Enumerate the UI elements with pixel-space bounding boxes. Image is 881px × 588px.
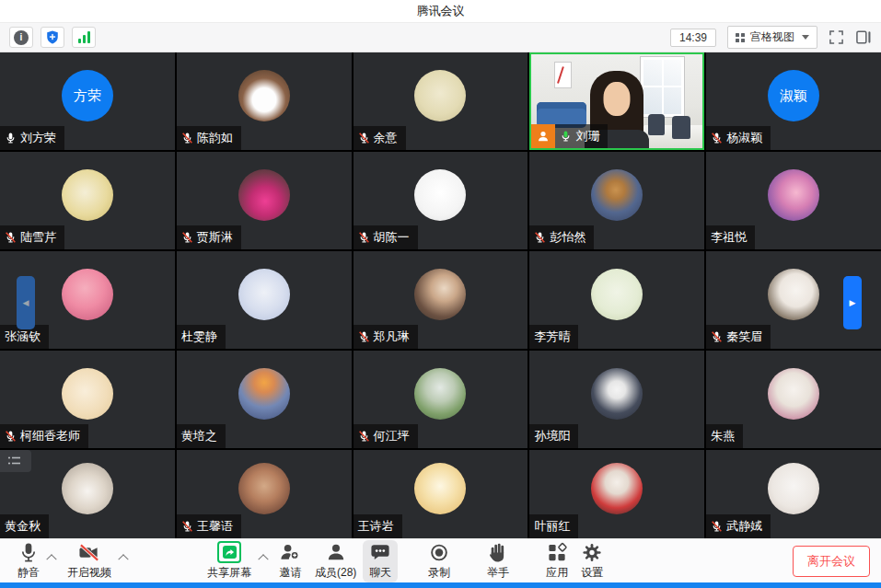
participant-tile[interactable]: 李祖悦 <box>706 152 881 249</box>
participant-tile[interactable]: 郑凡琳 <box>354 251 528 349</box>
chevron-down-icon <box>802 35 809 40</box>
titlebar: 腾讯会议 <box>0 0 881 23</box>
participant-tile[interactable]: 何江坪 <box>354 351 528 448</box>
name-plate: 王诗岩 <box>354 514 402 538</box>
chevron-up-icon <box>258 554 268 564</box>
participant-tile[interactable]: 柯细香老师 <box>0 351 175 448</box>
meeting-info-button[interactable]: i <box>9 27 33 48</box>
mute-label: 静音 <box>17 565 40 581</box>
participant-tile[interactable]: 王诗岩 <box>354 450 528 538</box>
participant-name: 黄金秋 <box>5 518 41 535</box>
side-panel-toggle-button[interactable] <box>855 29 872 45</box>
raise-hand-label: 举手 <box>487 565 509 581</box>
avatar-photo <box>62 368 113 420</box>
avatar-photo <box>238 463 290 514</box>
participant-tile[interactable]: 陆雪芹 <box>0 152 175 249</box>
name-plate: 秦笑眉 <box>706 325 771 349</box>
participant-tile[interactable]: 黄培之 <box>177 351 352 448</box>
participant-tile[interactable]: 孙境阳 <box>529 351 704 448</box>
audio-options-button[interactable] <box>44 543 59 571</box>
participant-name: 朱燕 <box>711 428 735 444</box>
participant-name: 王馨语 <box>197 518 233 535</box>
chat-label: 聊天 <box>369 565 391 581</box>
invite-button[interactable]: 邀请 <box>272 540 308 582</box>
avatar-photo <box>62 269 113 320</box>
share-screen-button[interactable]: 共享屏幕 <box>201 539 258 582</box>
security-button[interactable] <box>41 27 64 48</box>
participant-tile[interactable]: 刘珊 <box>529 52 704 150</box>
name-plate: 郑凡琳 <box>354 325 418 349</box>
members-button[interactable]: 成员(28) <box>308 540 363 582</box>
mic-status-icon <box>5 430 17 443</box>
participant-tile[interactable]: 胡陈一 <box>354 152 528 249</box>
record-button[interactable]: 录制 <box>422 540 457 582</box>
participant-name: 张涵钦 <box>5 329 41 345</box>
avatar-photo <box>238 269 290 320</box>
avatar-photo <box>768 169 819 221</box>
mic-status-icon <box>181 132 193 144</box>
avatar-photo <box>238 70 290 121</box>
name-plate: 胡陈一 <box>354 225 418 249</box>
network-status-button[interactable] <box>72 27 96 48</box>
name-plate: 杨淑颖 <box>706 126 771 150</box>
participant-tile[interactable]: 淑颖 <box>706 52 881 150</box>
avatar-initials: 方荣 <box>62 70 113 121</box>
leave-meeting-button[interactable]: 离开会议 <box>793 546 870 577</box>
participant-grid: 方荣 <box>0 52 881 538</box>
participant-tile[interactable]: 武静娀 <box>706 450 881 538</box>
arrow-left-icon: ◀ <box>23 298 29 307</box>
participant-tile[interactable]: 方荣 <box>0 52 175 150</box>
settings-button[interactable]: 设置 <box>574 540 609 582</box>
participant-tile[interactable]: 朱燕 <box>706 351 881 448</box>
participant-tile[interactable]: 余意 <box>354 52 528 150</box>
avatar-photo <box>414 463 466 514</box>
network-signal-icon <box>78 31 90 43</box>
participant-name: 陈韵如 <box>197 130 233 146</box>
view-mode-label: 宫格视图 <box>750 29 794 45</box>
mic-status-icon <box>711 330 723 343</box>
name-plate: 柯细香老师 <box>0 424 88 448</box>
apps-icon <box>546 542 568 563</box>
window-title: 腾讯会议 <box>417 3 465 19</box>
participant-tile[interactable]: 贾斯淋 <box>177 152 352 249</box>
avatar-photo <box>591 368 643 420</box>
apps-button[interactable]: 应用 <box>539 540 574 582</box>
topbar-right: 14:39 宫格视图 <box>670 26 872 49</box>
mute-button[interactable]: 静音 <box>11 540 46 582</box>
name-plate: 李祖悦 <box>706 225 755 249</box>
name-plate: 刘珊 <box>531 124 608 148</box>
name-plate: 杜雯静 <box>177 325 226 349</box>
chat-button[interactable]: 聊天 <box>363 540 398 582</box>
start-video-button[interactable]: 开启视频 <box>61 540 118 582</box>
fullscreen-button[interactable] <box>829 29 844 45</box>
participant-tile[interactable]: 陈韵如 <box>177 52 352 150</box>
participant-name: 柯细香老师 <box>20 428 80 444</box>
chevron-up-icon <box>46 554 56 564</box>
participant-name: 孙境阳 <box>534 428 570 444</box>
record-icon <box>428 542 450 563</box>
share-options-button[interactable] <box>256 543 271 571</box>
participant-tile[interactable]: 叶丽红 <box>529 450 704 538</box>
previous-page-button[interactable]: ◀ <box>17 276 35 329</box>
video-options-button[interactable] <box>116 543 131 571</box>
participant-tile[interactable]: 李芳晴 <box>529 251 704 349</box>
participant-name: 郑凡琳 <box>374 329 410 345</box>
participant-tile[interactable]: 杜雯静 <box>177 251 352 349</box>
view-mode-selector[interactable]: 宫格视图 <box>727 26 817 49</box>
members-icon <box>325 542 347 563</box>
name-plate: 孙境阳 <box>529 424 578 448</box>
top-toolbar: i 14:39 宫格视图 <box>0 23 881 52</box>
mic-status-icon <box>5 132 17 144</box>
member-list-fab[interactable] <box>0 450 31 472</box>
name-plate: 刘方荣 <box>0 126 64 150</box>
next-page-button[interactable]: ▶ <box>843 276 862 329</box>
raise-hand-button[interactable]: 举手 <box>481 540 516 582</box>
mic-status-icon <box>534 231 546 244</box>
participant-name: 叶丽红 <box>534 518 570 535</box>
participant-tile[interactable]: 彭怡然 <box>529 152 704 249</box>
participant-tile[interactable]: 王馨语 <box>177 450 352 538</box>
participant-name: 何江坪 <box>374 428 410 444</box>
avatar-photo <box>591 269 643 320</box>
apps-label: 应用 <box>546 565 568 581</box>
name-plate: 黄金秋 <box>0 514 49 538</box>
